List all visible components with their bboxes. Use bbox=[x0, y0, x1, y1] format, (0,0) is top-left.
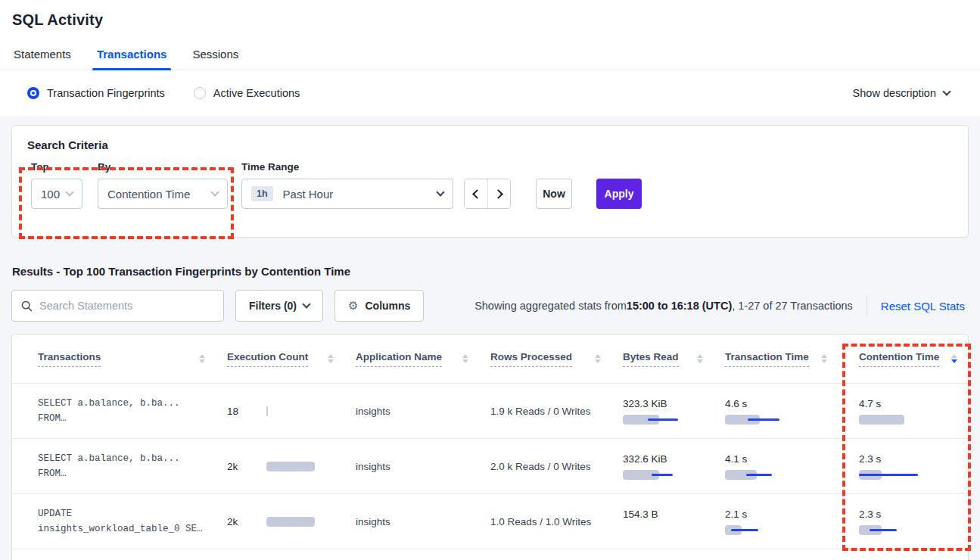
vertical-divider bbox=[866, 295, 867, 316]
execution-count-bar bbox=[266, 406, 268, 416]
radio-label: Transaction Fingerprints bbox=[47, 87, 165, 99]
time-range-field: Time Range 1h Past Hour bbox=[241, 161, 453, 209]
column-header-bytes-read[interactable]: Bytes Read bbox=[611, 351, 714, 367]
radio-label: Active Executions bbox=[213, 87, 300, 99]
view-toggle-options: Transaction Fingerprints Active Executio… bbox=[27, 87, 300, 99]
contention-time-cell: 2.3 s bbox=[848, 453, 968, 480]
tab-statements[interactable]: Statements bbox=[12, 42, 73, 70]
table-row[interactable]: UPDATE insights_workload_table_0 SE… 2k … bbox=[12, 494, 968, 549]
tab-sessions[interactable]: Sessions bbox=[191, 42, 240, 70]
execution-count-bar bbox=[266, 462, 315, 471]
results-controls: Filters (0) ⚙ Columns Showing aggregated… bbox=[11, 290, 969, 322]
time-range-value: Past Hour bbox=[283, 188, 334, 201]
sort-icon[interactable] bbox=[462, 354, 468, 363]
transaction-fingerprint-link[interactable]: SELECT a.balance, b.ba... FROM… bbox=[26, 396, 216, 426]
rows-processed-cell: 1.0 Reads / 1.0 Writes bbox=[479, 516, 611, 527]
next-time-button[interactable] bbox=[487, 179, 510, 208]
radio-transaction-fingerprints[interactable]: Transaction Fingerprints bbox=[27, 87, 165, 99]
chevron-right-icon bbox=[493, 189, 503, 199]
column-header-execution-count[interactable]: Execution Count bbox=[216, 351, 344, 367]
top-select[interactable]: 100 bbox=[31, 179, 82, 209]
contention-time-mean-line bbox=[859, 474, 918, 476]
bytes-read-cell: 154.3 B bbox=[611, 509, 714, 535]
radio-selected-icon[interactable] bbox=[27, 87, 39, 99]
by-field: By Contention Time bbox=[98, 161, 228, 209]
execution-count-cell: 2k bbox=[216, 461, 344, 472]
stats-prefix: Showing aggregated stats from bbox=[474, 300, 627, 312]
page-header: SQL Activity Statements Transactions Ses… bbox=[0, 0, 980, 70]
column-header-transaction-time[interactable]: Transaction Time bbox=[714, 351, 848, 367]
chevron-down-icon bbox=[302, 300, 310, 308]
chevron-down-icon bbox=[65, 188, 73, 196]
filters-button[interactable]: Filters (0) bbox=[235, 290, 323, 322]
column-header-contention-time[interactable]: Contention Time bbox=[848, 351, 968, 367]
apply-button[interactable]: Apply bbox=[596, 179, 642, 209]
chevron-down-icon bbox=[942, 87, 950, 95]
table-header-row: Transactions Execution Count Application… bbox=[12, 334, 968, 384]
chevron-left-icon bbox=[472, 189, 482, 199]
show-description-label: Show description bbox=[853, 87, 936, 99]
radio-unselected-icon[interactable] bbox=[194, 87, 206, 99]
contention-time-mean-line bbox=[870, 529, 897, 531]
transaction-time-cell: 2.1 s bbox=[714, 509, 848, 535]
search-criteria-controls: Top 100 By Contention Time Time Range 1h… bbox=[27, 161, 953, 209]
time-range-select[interactable]: 1h Past Hour bbox=[241, 179, 453, 209]
search-criteria-panel: Search Criteria Top 100 By Contention Ti… bbox=[11, 125, 969, 238]
by-select[interactable]: Contention Time bbox=[98, 179, 228, 209]
time-range-label: Time Range bbox=[241, 161, 453, 173]
transactions-table: Transactions Execution Count Application… bbox=[11, 334, 969, 560]
application-name-cell: insights bbox=[344, 516, 479, 527]
transaction-time-mean-line bbox=[731, 529, 758, 531]
transaction-fingerprint-link[interactable]: SELECT a.balance, b.ba... FROM… bbox=[26, 451, 216, 481]
tab-transactions[interactable]: Transactions bbox=[95, 42, 169, 70]
tab-bar: Statements Transactions Sessions bbox=[0, 42, 980, 70]
search-statements-input[interactable] bbox=[39, 300, 214, 312]
transaction-time-mean-line bbox=[746, 474, 772, 476]
column-header-application-name[interactable]: Application Name bbox=[344, 351, 479, 367]
radio-active-executions[interactable]: Active Executions bbox=[194, 87, 300, 99]
aggregated-stats-text: Showing aggregated stats from 15:00 to 1… bbox=[474, 300, 853, 312]
now-button[interactable]: Now bbox=[536, 179, 572, 209]
search-icon bbox=[21, 300, 33, 312]
results-title: Results - Top 100 Transaction Fingerprin… bbox=[12, 265, 968, 278]
contention-time-bar bbox=[859, 415, 904, 425]
execution-count-cell: 18 bbox=[216, 406, 344, 417]
transaction-time-mean-line bbox=[748, 418, 779, 421]
show-description-toggle[interactable]: Show description bbox=[853, 87, 950, 99]
rows-processed-cell: 1.9 k Reads / 0 Writes bbox=[479, 406, 611, 417]
top-select-value: 100 bbox=[41, 188, 60, 201]
gear-icon: ⚙ bbox=[348, 299, 358, 313]
column-header-rows-processed[interactable]: Rows Processed bbox=[479, 351, 611, 367]
time-pager bbox=[464, 179, 511, 209]
columns-label: Columns bbox=[365, 300, 410, 312]
sort-icon[interactable] bbox=[697, 354, 703, 363]
bytes-read-cell: 332.6 KiB bbox=[611, 453, 714, 480]
prev-time-button[interactable] bbox=[465, 179, 487, 208]
bytes-read-cell: 323.3 KiB bbox=[611, 398, 714, 425]
bytes-read-mean-line bbox=[648, 418, 678, 421]
chevron-down-icon bbox=[436, 188, 444, 196]
sort-icon[interactable] bbox=[821, 354, 827, 363]
table-row[interactable]: SELECT a.balance, b.ba... FROM… 18 insig… bbox=[12, 384, 968, 439]
top-field: Top 100 bbox=[31, 161, 82, 209]
view-toggle-bar: Transaction Fingerprints Active Executio… bbox=[0, 70, 980, 116]
sort-icon[interactable] bbox=[595, 354, 601, 363]
transaction-fingerprint-link[interactable]: UPDATE insights_workload_table_0 SE… bbox=[26, 506, 216, 537]
filters-label: Filters (0) bbox=[249, 300, 297, 312]
search-statements-box[interactable] bbox=[11, 290, 224, 322]
sort-icon[interactable] bbox=[199, 354, 205, 363]
reset-sql-stats-link[interactable]: Reset SQL Stats bbox=[881, 300, 965, 313]
page-title: SQL Activity bbox=[0, 0, 980, 29]
chevron-down-icon bbox=[210, 188, 219, 196]
transaction-time-cell: 4.1 s bbox=[714, 453, 848, 480]
table-row[interactable]: SELECT a.balance, b.ba... FROM… 2k insig… bbox=[12, 439, 968, 494]
sort-icon[interactable] bbox=[328, 354, 334, 363]
time-range-badge: 1h bbox=[251, 186, 273, 201]
execution-count-bar bbox=[266, 517, 315, 527]
search-criteria-title: Search Criteria bbox=[27, 138, 953, 151]
columns-button[interactable]: ⚙ Columns bbox=[334, 290, 424, 322]
column-header-transactions[interactable]: Transactions bbox=[26, 351, 216, 367]
sort-icon-active[interactable] bbox=[951, 354, 957, 363]
bytes-read-mean-line bbox=[652, 474, 673, 476]
top-label: Top bbox=[31, 161, 82, 173]
